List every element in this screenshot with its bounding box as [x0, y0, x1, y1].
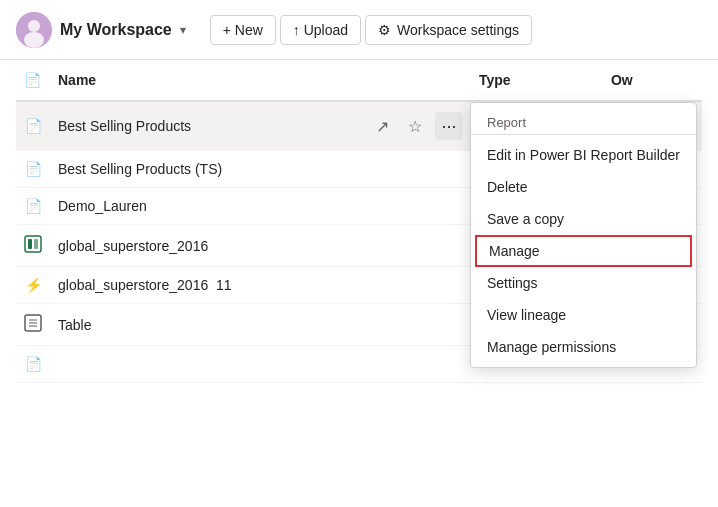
toolbar: + New ↑ Upload ⚙ Workspace settings: [210, 15, 532, 45]
svg-point-2: [24, 32, 44, 48]
chevron-down-icon[interactable]: ▾: [180, 23, 186, 37]
context-menu-item-manage[interactable]: Manage: [475, 235, 692, 267]
row-file-icon: 📄: [16, 151, 50, 188]
context-menu-item-manage-permissions[interactable]: Manage permissions: [471, 331, 696, 363]
row-name: Demo_Lauren: [50, 188, 363, 225]
row-name: global_superstore_2016 11: [50, 267, 363, 304]
upload-button[interactable]: ↑ Upload: [280, 15, 361, 45]
header: My Workspace ▾ + New ↑ Upload ⚙ Workspac…: [0, 0, 718, 60]
edit-label: Edit in Power BI Report Builder: [487, 147, 680, 163]
settings-label: Settings: [487, 275, 538, 291]
table-header-row: 📄 Name Type Ow: [16, 60, 702, 101]
upload-label: ↑ Upload: [293, 22, 348, 38]
manage-permissions-label: Manage permissions: [487, 339, 616, 355]
row-file-icon: 📄: [16, 346, 50, 383]
col-icon: 📄: [16, 60, 50, 101]
row-file-icon: ⚡: [16, 267, 50, 304]
star-icon[interactable]: ☆: [403, 117, 427, 136]
save-copy-label: Save a copy: [487, 211, 564, 227]
row-actions-cell: [363, 304, 471, 346]
row-name: Table: [50, 304, 363, 346]
workspace-settings-button[interactable]: ⚙ Workspace settings: [365, 15, 532, 45]
context-menu-report-label: Report: [487, 115, 526, 130]
delete-label: Delete: [487, 179, 527, 195]
row-name: global_superstore_2016: [50, 225, 363, 267]
file-icon: 📄: [24, 72, 41, 88]
context-menu-item-edit[interactable]: Edit in Power BI Report Builder: [471, 139, 696, 171]
svg-rect-5: [34, 239, 38, 249]
context-menu-item-report: Report: [471, 107, 696, 135]
context-menu: Report Edit in Power BI Report Builder D…: [470, 102, 697, 368]
share-icon[interactable]: ↗: [371, 117, 395, 136]
context-menu-item-delete[interactable]: Delete: [471, 171, 696, 203]
col-type: Type: [471, 60, 603, 101]
col-name[interactable]: Name: [50, 60, 363, 101]
row-actions-cell: ↗ ☆ ···: [363, 101, 471, 151]
row-name: Best Selling Products: [50, 101, 363, 151]
row-name: [50, 346, 363, 383]
row-actions-cell: [363, 188, 471, 225]
lineage-label: View lineage: [487, 307, 566, 323]
svg-rect-3: [25, 236, 41, 252]
workspace-settings-label: Workspace settings: [397, 22, 519, 38]
new-label: + New: [223, 22, 263, 38]
table-container: 📄 Name Type Ow 📄 Best Selling Products ↗…: [0, 60, 718, 383]
svg-rect-4: [28, 239, 32, 249]
row-name: Best Selling Products (TS): [50, 151, 363, 188]
col-owner: Ow: [603, 60, 702, 101]
row-actions-cell: [363, 151, 471, 188]
row-file-icon: 📄: [16, 188, 50, 225]
avatar: [16, 12, 52, 48]
manage-label: Manage: [489, 243, 540, 259]
new-button[interactable]: + New: [210, 15, 276, 45]
more-options-button[interactable]: ···: [435, 112, 463, 140]
row-actions-cell: [363, 346, 471, 383]
row-file-icon: 📄: [16, 101, 50, 151]
context-menu-item-save-copy[interactable]: Save a copy: [471, 203, 696, 235]
gear-icon: ⚙: [378, 22, 391, 38]
context-menu-item-lineage[interactable]: View lineage: [471, 299, 696, 331]
workspace-title: My Workspace: [60, 21, 172, 39]
workspace-info: My Workspace ▾: [16, 12, 186, 48]
row-file-icon: [16, 304, 50, 346]
col-actions: [363, 60, 471, 101]
row-actions-cell: [363, 225, 471, 267]
row-actions-cell: [363, 267, 471, 304]
row-file-icon: [16, 225, 50, 267]
svg-point-1: [28, 20, 40, 32]
context-menu-item-settings[interactable]: Settings: [471, 267, 696, 299]
